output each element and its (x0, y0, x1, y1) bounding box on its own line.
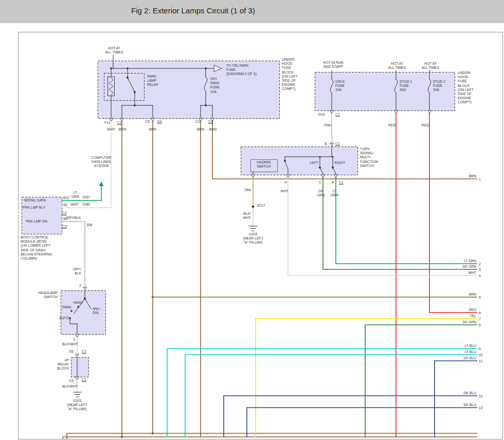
hot-in-run-label: HOT IN RUN AND START (323, 61, 344, 69)
wire-color-label: WHT (469, 271, 476, 275)
ground-label: G203 (NEAR LEFT "A" PILLAR) (243, 232, 263, 245)
wire-color-label: DK GRN (317, 189, 325, 197)
connector-label: C1 (82, 350, 86, 354)
pin-label: B12 (63, 196, 69, 200)
wire-color-label: DK GRN (463, 320, 476, 324)
left-turn-label: LEFT (310, 161, 318, 165)
relay-contact-dot (127, 77, 129, 79)
right-turn-label: RIGHT (334, 161, 345, 165)
ip-relay-block-box (71, 358, 89, 377)
ign-e-fuse-label: IGN E FUSE 10A (335, 80, 345, 93)
wire-number-label: 13 (479, 406, 483, 410)
pin-label: C5 (145, 120, 150, 124)
wire-color-label: BRN (119, 127, 126, 132)
wire-color-label: RED (422, 123, 429, 127)
junction (205, 67, 207, 69)
wire-number-label: 2 (479, 262, 481, 266)
wire-color-label: TAN (244, 188, 251, 192)
bcm-row-label: PRK LMP RLY (23, 206, 45, 210)
wire-color-label: BRN (197, 127, 204, 132)
wire-color-label: BLK/WHT (62, 342, 78, 346)
pin-label: 3 (73, 337, 75, 341)
wire-number-label: 6 (479, 311, 481, 315)
wire-color-label: PNK (324, 123, 331, 127)
wire-color-label: DK BLU (463, 356, 476, 360)
switch-position-label: ANL/ DRL (93, 307, 100, 315)
wire-color-label: BLK/ WHT (243, 212, 251, 220)
wire-color-label: RED (388, 123, 395, 127)
connector-label: C1 (335, 142, 340, 146)
hot-at-all-times-label: HOT AT ALL TIMES (388, 62, 406, 70)
junction (134, 104, 136, 106)
hazard-switch-label: HAZARD SWITCH (257, 160, 271, 169)
pin-label: C5 (69, 379, 74, 383)
ip-relay-block-caption: I/P RELAY BLOCK (57, 358, 69, 371)
auto-position-dot (69, 317, 71, 319)
brn-junction-dot (121, 436, 123, 438)
wire-number-label: 3 (479, 268, 481, 272)
wire-number-label: 12 (479, 394, 483, 398)
wire-color-label: BRN (209, 127, 217, 132)
circuit-number-label: 1037 (82, 195, 90, 199)
pin-label: H (284, 180, 287, 185)
connector-label: C1 (117, 121, 122, 125)
park-position-dot (70, 310, 73, 312)
pin-label: C (319, 180, 321, 185)
underhood-block-caption: UNDER- HOOD FUSE BLOCK (ON LEFT SIDE OF … (282, 58, 298, 91)
wire-color-label: DK GRN (463, 265, 476, 269)
wire-number-label: 8 (479, 323, 481, 327)
wire-color-label: BRN (469, 292, 476, 297)
wire-color-label: LT GRN (464, 259, 476, 263)
wire-number-label: 7 (479, 317, 481, 321)
bcm-row-label: SERIAL DATA (24, 198, 46, 203)
connector-label: D4 (157, 120, 162, 124)
bcm-caption: BODY CONTROL MODULE (BCM) (ON LOWER LEFT… (21, 235, 52, 261)
hot-at-all-times-label: HOT AT ALL TIMES (422, 62, 439, 70)
stud2-fuse-label: STUD 2 FUSE 30A (433, 80, 445, 93)
left-contact-dot (319, 167, 321, 169)
splice-s217-dot (252, 206, 254, 208)
wire-color-label: RED (469, 308, 476, 312)
hazard-contact-dot (284, 160, 286, 162)
switch-position-label: PARK (62, 305, 71, 309)
right-contact-dot (332, 167, 334, 169)
wire-color-label: LT BLU (465, 344, 476, 348)
pin-label: 2 (79, 284, 81, 288)
connector-label: C2 (62, 211, 67, 215)
wire-number-label: 1 (479, 177, 481, 181)
wire-color-label: DK BLU (463, 391, 476, 395)
junction (205, 104, 207, 106)
junction (127, 67, 129, 69)
park-lamp-relay-label: PARK LAMP RELAY (147, 75, 158, 87)
wire-color-label: LT BLU (465, 350, 476, 354)
connector-label: C1 (339, 180, 344, 185)
wire-color-label: WHT (280, 189, 288, 193)
circuit-number-label: 1080 (82, 203, 90, 207)
pin-label: F11 (104, 121, 110, 125)
wire-number-label: 4 (479, 274, 481, 278)
wire-color-label: BRN (149, 127, 156, 132)
wire-number-label: 5 (479, 296, 481, 300)
splice-label: S217 (257, 204, 265, 208)
diagram-page: HOT AT ALL TIMES PARK LAMP RELAY TO TRL … (0, 0, 504, 440)
underhood-block-caption: UNDER- HOOD FUSE BLOCK (ON LEFT SIDE OF … (458, 71, 474, 105)
connector-label: C1 (82, 378, 86, 382)
ground-label: G203 (NEAR LEFT "A" PILLAR) (67, 399, 87, 412)
switch-position-label: HEAD (73, 301, 83, 305)
wire-color-label: BRN (469, 174, 476, 178)
figure-title-bar: Fig 2: Exterior Lamps Circuit (1 of 3) (0, 0, 504, 23)
junction (110, 67, 112, 69)
pin-label: D10 (318, 113, 325, 117)
wire-number-label: 9 (479, 347, 481, 351)
wire-color-label: GRY/BLK (66, 216, 81, 220)
wire-color-label: GRY/ BLK (73, 267, 82, 276)
wire-color-label: WHT (107, 127, 115, 132)
switch-position-label: AUTO (59, 316, 69, 320)
pin-label: B (325, 142, 327, 146)
computer-data-lines-label: COMPUTER DATA LINES SYSTEM (92, 156, 112, 169)
hot-at-all-times-label: HOT AT ALL TIMES (105, 46, 123, 54)
junction (319, 156, 321, 158)
pin-label: A (332, 180, 334, 185)
headlamp-switch-caption: HEADLAMP SWITCH (39, 291, 58, 299)
headlamp-pivot-dot (84, 298, 86, 300)
